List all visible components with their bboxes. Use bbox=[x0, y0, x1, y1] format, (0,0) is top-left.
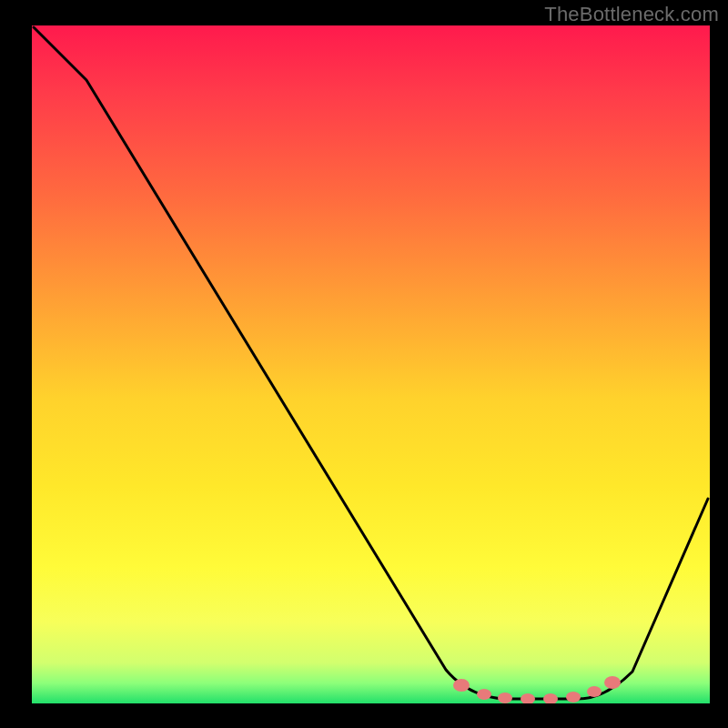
bottleneck-curve bbox=[34, 27, 708, 699]
svg-point-0 bbox=[453, 679, 470, 692]
svg-point-3 bbox=[521, 693, 535, 703]
svg-point-4 bbox=[543, 693, 558, 703]
plot-area bbox=[32, 25, 710, 703]
watermark-text: TheBottleneck.com bbox=[544, 3, 719, 26]
svg-point-2 bbox=[498, 693, 512, 703]
svg-point-1 bbox=[477, 689, 491, 700]
svg-point-7 bbox=[604, 676, 621, 689]
curve-layer bbox=[32, 25, 710, 703]
svg-point-6 bbox=[587, 686, 602, 697]
svg-point-5 bbox=[566, 692, 581, 703]
chart-frame: TheBottleneck.com bbox=[0, 0, 728, 728]
